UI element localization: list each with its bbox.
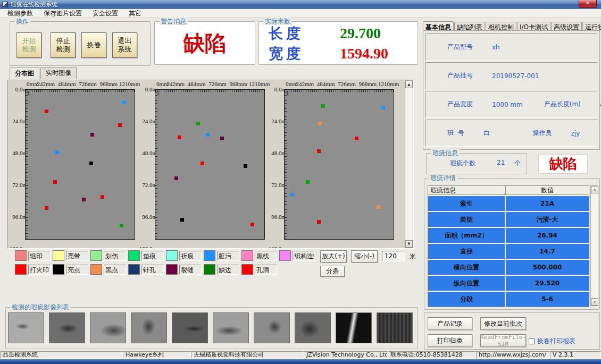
legend-label: 裂缝 [179,265,202,275]
scroll-down-icon[interactable]: ▼ [405,240,413,248]
menu-item[interactable]: 其它 [123,9,147,19]
field-value: 20190527-001 [492,72,539,80]
plot-point [53,180,57,184]
start-detection-button[interactable]: 开始检测 [16,32,41,58]
details-row-label: 横向位置 [428,260,506,275]
button-label-line: 系统 [118,45,132,54]
defect-thumbnail[interactable] [336,312,372,343]
defect-thumbnail[interactable] [295,312,331,343]
legend-label: 针孔 [141,265,164,275]
print-report-checkbox-label: 换卷打印报表 [537,337,575,345]
details-scrollbar[interactable]: ∧ ∨ [590,185,598,306]
details-row-value: 26.94 [506,232,589,239]
legend-item: 辊印 [15,250,53,261]
change-roll-button[interactable]: 换卷 [81,32,106,58]
menu-item[interactable]: 检测参数 [2,9,38,19]
defect-thumbnail[interactable] [131,312,167,343]
tab-realtime[interactable]: 实时图像 [40,67,77,79]
x-axis-label: 242mm [296,81,314,87]
defect-thumbnail[interactable] [90,312,126,343]
details-row[interactable]: 横向位置500.000 [428,260,589,275]
plot-point [306,180,310,184]
modify-batch-button[interactable]: 修改目前批次 [480,317,526,330]
product-record-button[interactable]: 产品记录 [428,317,472,330]
details-row[interactable]: 索引21A [428,196,589,211]
print-report-checkbox[interactable] [529,338,535,344]
width-row: 宽度 1594.90 [269,44,388,63]
legend-item: 划伤 [90,250,128,261]
details-row[interactable]: 分段5-6 [428,292,589,307]
title-bar: 瑕疵在线检测系统 [0,0,601,9]
print-classify-button[interactable]: 打印归类 [428,334,472,347]
plot-point [101,195,104,199]
defect-thumbnail[interactable] [377,312,413,343]
split-button[interactable]: 分条 [320,266,345,277]
details-row[interactable]: 面积（mm2）26.94 [428,228,589,243]
info-cell: 班 号白 [426,129,512,138]
close-button[interactable]: ✕ [579,0,597,8]
defect-thumbnail[interactable] [8,312,44,343]
warning-message: 缺陷 [156,23,254,63]
scatter-plot[interactable]: 1 [155,89,265,240]
tab-distribution[interactable]: 分布图 [10,67,39,80]
print-report-checkbox-row: 换卷打印报表 [529,337,575,346]
menu-item[interactable]: 安全设置 [87,9,123,19]
plot-point [196,122,200,125]
legend-item: 针孔 [128,264,166,275]
plot-point [174,176,178,180]
menu-item[interactable]: 保存图片设置 [38,9,87,19]
length-scale-input[interactable] [382,251,405,261]
scatter-plot[interactable]: 1 [284,89,394,240]
scroll-up-icon[interactable]: ▲ [405,81,413,88]
legend-item: 孔洞 [241,264,279,275]
x-axis-label: 726mm [208,81,227,87]
defect-thumbnail[interactable] [49,312,85,343]
legend-item: 亮点 [53,264,90,275]
button-label-line: 检测 [22,45,36,54]
defect-alert: 缺陷 [538,154,588,174]
details-table-body: 索引21A类型污渍-大面积（mm2）26.94直径14.7横向位置500.000… [428,196,589,307]
x-axis-label: 726mm [79,81,97,87]
x-axis-labels: 0mm242mm484mm726mm968mm1210mm [25,81,135,89]
legend-swatch [166,264,178,275]
y-axis-label: 120.0m [269,246,286,249]
x-axis-label: 484mm [188,81,206,87]
view-tabs: 分布图实时图像 [10,68,78,79]
stop-detection-button[interactable]: 停止检测 [51,32,76,58]
read-from-file-button: ReadFromFile-SIM [480,334,526,347]
plot-point [118,123,122,127]
defect-thumbnail[interactable] [172,312,208,343]
legend-item: 黑线 [241,250,279,261]
defect-count-value: 21 [497,159,505,168]
thumbnails-group-label: 检测的瑕疵影像列表 [10,303,71,311]
legend-swatch [204,264,215,275]
x-axis-label: 726mm [338,81,356,87]
field-label: 产品型号 [447,43,473,52]
defect-thumbnail[interactable] [213,312,249,343]
legend-swatch [15,264,27,275]
defect-thumbnail[interactable] [254,312,290,343]
field-label: 产品宽度 [447,100,473,109]
actions-panel: 产品记录修改目前批次打印归类ReadFromFile-SIM 换卷打印报表 [424,312,600,350]
exit-system-button[interactable]: 退出系统 [112,32,137,58]
scroll-up-icon[interactable]: ∧ [591,186,598,193]
plot-point [201,162,204,165]
details-row-value: 29.520 [506,280,589,287]
scroll-down-icon[interactable]: ∨ [591,298,598,306]
plot-point [178,136,181,139]
zoom-out-button[interactable]: 缩小(-) [351,250,378,263]
details-row[interactable]: 直径14.7 [428,244,589,259]
legend-label: 亮带 [66,251,88,261]
button-label-line: 停止 [56,37,70,45]
info-cell: 产品型号xh [426,43,597,52]
status-segment: JZVision Technology Co., Ltd. [304,351,388,359]
details-row[interactable]: 纵向位置29.520 [428,276,589,291]
legend-label: 折痕 [179,251,202,261]
thumbnails-group: 检测的瑕疵影像列表 [5,307,418,349]
details-row-value: 21A [506,200,589,207]
plot-scrollbar[interactable]: ▲ ▼ [405,80,413,248]
window-title: 瑕疵在线检测系统 [11,1,57,9]
zoom-in-button[interactable]: 放大(+) [320,250,347,263]
scatter-plot[interactable]: 1 [25,89,135,240]
details-row[interactable]: 类型污渍-大 [428,212,589,227]
